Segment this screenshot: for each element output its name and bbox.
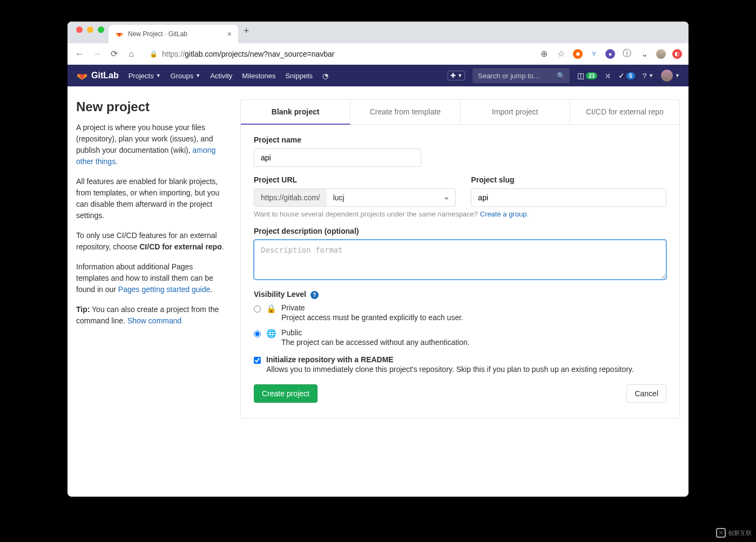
reload-button[interactable]: ⟳ (109, 49, 119, 59)
maximize-window-icon[interactable] (98, 26, 104, 33)
sidebar-features: All features are enabled for blank proje… (76, 176, 227, 221)
nav-merge-requests-icon[interactable]: ⤭ (605, 72, 611, 80)
new-tab-button[interactable]: + (238, 25, 255, 40)
project-slug-input[interactable] (471, 188, 666, 207)
nav-projects[interactable]: Projects▼ (129, 72, 161, 80)
label-description: Project description (optional) (254, 227, 666, 235)
home-button[interactable]: ⌂ (126, 49, 137, 59)
nav-issues[interactable]: ◫23 (577, 71, 597, 80)
lock-icon: 🔒 (266, 304, 276, 314)
forward-button[interactable]: → (91, 49, 102, 59)
radio-private[interactable] (254, 306, 261, 313)
sidebar-pages-note: Information about additional Pages templ… (76, 261, 227, 295)
search-icon: 🔍 (557, 72, 565, 80)
tab-title: New Project · GitLab (128, 30, 187, 38)
tab-blank-project[interactable]: Blank project (241, 100, 350, 125)
project-name-input[interactable] (254, 148, 421, 167)
project-type-tabs: Blank project Create from template Impor… (240, 99, 680, 125)
sidebar-tip: Tip: You can also create a project from … (76, 304, 227, 327)
tab-create-from-template[interactable]: Create from template (350, 100, 460, 124)
gitlab-navbar: GitLab Projects▼ Groups▼ Activity Milest… (68, 65, 688, 86)
back-button[interactable]: ← (74, 49, 85, 59)
label-project-url: Project URL (254, 175, 456, 184)
nav-activity[interactable]: Activity (210, 72, 232, 80)
cancel-button[interactable]: Cancel (626, 384, 666, 403)
tab-import-project[interactable]: Import project (461, 100, 570, 124)
browser-toolbar: ← → ⟳ ⌂ 🔒 https://gitlab.com/projects/ne… (68, 43, 688, 65)
zoom-icon[interactable]: ⊕ (538, 49, 549, 59)
tab-close-icon[interactable]: × (227, 30, 232, 38)
window-controls[interactable] (72, 26, 109, 38)
link-pages-guide[interactable]: Pages getting started guide (118, 285, 210, 294)
extension-icon[interactable]: ◆ (573, 49, 583, 59)
sidebar: New project A project is where you house… (76, 99, 227, 475)
initialize-readme[interactable]: Initialize repository with a README Allo… (254, 355, 666, 374)
description-input[interactable] (254, 240, 666, 280)
url-prefix: https://gitlab.com/ (254, 188, 327, 207)
globe-icon: 🌐 (266, 329, 276, 338)
radio-public[interactable] (254, 330, 261, 337)
tab-cicd-external[interactable]: CI/CD for external repo (570, 100, 679, 124)
visibility-public[interactable]: 🌐 Public The project can be accessed wit… (254, 328, 666, 347)
new-project-form: Project name Project URL https://gitlab.… (240, 125, 680, 418)
gitlab-logo-icon (76, 70, 88, 82)
checkbox-readme[interactable] (254, 357, 261, 364)
sidebar-intro: A project is where you house your files … (76, 122, 227, 167)
create-project-button[interactable]: Create project (254, 384, 318, 403)
help-icon[interactable]: ? (310, 291, 319, 299)
lock-icon: 🔒 (150, 50, 158, 58)
extension-icon[interactable]: Y (589, 49, 599, 59)
nav-snippets[interactable]: Snippets (285, 72, 313, 80)
close-window-icon[interactable] (76, 26, 83, 33)
profile-avatar-icon[interactable] (656, 49, 666, 59)
star-icon[interactable]: ☆ (556, 49, 566, 59)
nav-performance-icon[interactable]: ◔ (322, 72, 328, 80)
browser-window: New Project · GitLab × + ← → ⟳ ⌂ 🔒 https… (68, 22, 688, 497)
link-show-command[interactable]: Show command (127, 316, 181, 325)
link-create-group[interactable]: Create a group (480, 210, 527, 218)
extension-icon[interactable]: ● (605, 49, 615, 59)
info-icon[interactable]: ⓘ (622, 48, 632, 59)
nav-todos[interactable]: ✓5 (618, 71, 635, 80)
main-content: Blank project Create from template Impor… (240, 99, 680, 475)
label-project-slug: Project slug (471, 175, 666, 184)
namespace-select[interactable]: lucj (327, 188, 456, 207)
minimize-window-icon[interactable] (87, 26, 93, 33)
avatar-icon (661, 70, 673, 82)
label-visibility: Visibility Level ? (254, 290, 666, 299)
visibility-private[interactable]: 🔒 Private Project access must be granted… (254, 303, 666, 322)
toolbar-extensions: ⊕ ☆ ◆ Y ● ⓘ ⌄ ◐ (538, 48, 682, 59)
namespace-hint: Want to house several dependent projects… (254, 210, 666, 218)
nav-new-button[interactable]: ✚ ▼ (448, 71, 465, 80)
browser-tab[interactable]: New Project · GitLab × (109, 25, 238, 43)
nav-milestones[interactable]: Milestones (242, 72, 275, 80)
nav-help[interactable]: ? ▼ (643, 72, 653, 80)
address-bar[interactable]: 🔒 https://gitlab.com/projects/new?nav_so… (143, 50, 532, 58)
page-title: New project (76, 99, 227, 114)
gitlab-logo[interactable]: GitLab (76, 70, 119, 82)
gitlab-favicon-icon (115, 30, 124, 38)
nav-user-menu[interactable]: ▼ (661, 70, 680, 82)
nav-groups[interactable]: Groups▼ (171, 72, 201, 80)
pocket-icon[interactable]: ⌄ (639, 49, 650, 59)
extension-icon[interactable]: ◐ (672, 49, 682, 59)
browser-tabstrip: New Project · GitLab × + (68, 22, 688, 43)
nav-search[interactable]: Search or jump to… 🔍 (473, 68, 570, 83)
sidebar-cicd-note: To only use CI/CD features for an extern… (76, 230, 227, 253)
label-project-name: Project name (254, 136, 666, 144)
